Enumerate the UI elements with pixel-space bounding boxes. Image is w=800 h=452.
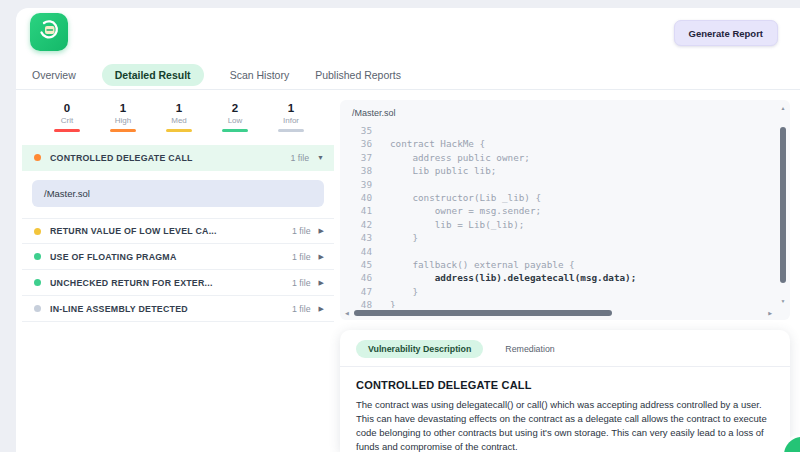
- issue-row[interactable]: IN-LINE ASSEMBLY DETECTED 1 file ▼ ▶: [22, 296, 334, 322]
- generate-report-button[interactable]: Generate Report: [674, 20, 778, 46]
- line-number: 43: [348, 232, 372, 245]
- chevron-right-icon: ▶: [319, 227, 324, 235]
- detail-tab[interactable]: Vulnerability Description: [356, 340, 483, 358]
- issue-severity-dot: [34, 305, 41, 312]
- line-code: fallback() external payable {: [390, 259, 575, 272]
- severity-item: 2 Low: [222, 102, 248, 132]
- code-line: 37 address public owner;: [348, 152, 772, 165]
- code-line: 39: [348, 179, 772, 192]
- code-line: 44: [348, 246, 772, 259]
- issue-file-count: 1 file: [290, 153, 309, 163]
- scroll-right-icon[interactable]: ▶: [768, 310, 772, 317]
- code-lines: 35 36 contract HackMe { 37 address publi…: [348, 125, 772, 308]
- line-code: }: [390, 299, 396, 308]
- issue-list: CONTROLLED DELEGATE CALL 1 file ▼ ▶ /Mas…: [22, 145, 334, 322]
- line-number: 36: [348, 138, 372, 151]
- severity-count: 1: [166, 102, 192, 114]
- line-code: }: [390, 286, 418, 299]
- severity-bar: [110, 129, 136, 132]
- chevron-right-icon: ▶: [319, 253, 324, 261]
- nav-tab[interactable]: Scan History: [230, 69, 290, 81]
- line-number: 48: [348, 299, 372, 308]
- severity-label: High: [110, 116, 136, 125]
- issue-row[interactable]: USE OF FLOATING PRAGMA 1 file ▼ ▶: [22, 244, 334, 270]
- chevron-down-icon: ▼: [317, 154, 324, 161]
- severity-label: Crit: [54, 116, 80, 125]
- horizontal-scrollbar[interactable]: ◀ ▶: [345, 309, 772, 317]
- nav-tab-bar: Overview Detailed Result Scan History Pu…: [16, 60, 800, 90]
- severity-bar: [54, 129, 80, 132]
- issue-row[interactable]: UNCHECKED RETURN FOR EXTER... 1 file ▼ ▶: [22, 270, 334, 296]
- line-number: 35: [348, 125, 372, 138]
- line-code: Lib public lib;: [390, 165, 496, 178]
- code-line: 43 }: [348, 232, 772, 245]
- nav-tab[interactable]: Overview: [32, 69, 76, 81]
- nav-tab[interactable]: Published Reports: [315, 69, 401, 81]
- line-number: 47: [348, 286, 372, 299]
- app-logo[interactable]: [30, 13, 68, 51]
- issue-file-count: 1 file: [292, 304, 311, 314]
- code-filename: /Master.sol: [352, 108, 396, 118]
- issue-severity-dot: [34, 154, 41, 161]
- issue-file-item[interactable]: /Master.sol: [32, 180, 324, 207]
- code-line: 36 contract HackMe {: [348, 138, 772, 151]
- issue-title: IN-LINE ASSEMBLY DETECTED: [50, 304, 292, 314]
- horizontal-scrollbar-thumb[interactable]: [354, 310, 612, 316]
- issue-title: CONTROLLED DELEGATE CALL: [50, 153, 290, 163]
- code-line: 48 }: [348, 299, 772, 308]
- chevron-right-icon: ▶: [319, 305, 324, 313]
- vulnerability-description: The contract was using delegatecall() or…: [356, 398, 774, 452]
- line-number: 42: [348, 219, 372, 232]
- vertical-scrollbar-thumb[interactable]: [780, 127, 786, 283]
- detail-tab[interactable]: Remediation: [505, 344, 554, 354]
- severity-label: Med: [166, 116, 192, 125]
- line-code: }: [390, 232, 418, 245]
- line-code: lib = Lib(_lib);: [390, 219, 524, 232]
- line-number: 46: [348, 272, 372, 285]
- issue-severity-dot: [34, 228, 41, 235]
- chevron-right-icon: ▶: [319, 279, 324, 287]
- line-number: 40: [348, 192, 372, 205]
- severity-label: Low: [222, 116, 248, 125]
- nav-tab[interactable]: Detailed Result: [102, 64, 204, 86]
- line-number: 44: [348, 246, 372, 259]
- scroll-up-icon[interactable]: ▲: [779, 105, 787, 111]
- severity-item: 1 Med: [166, 102, 192, 132]
- issue-row[interactable]: RETURN VALUE OF LOW LEVEL CA... 1 file ▼…: [22, 218, 334, 244]
- severity-count: 0: [54, 102, 80, 114]
- severity-bar: [166, 129, 192, 132]
- severity-bar: [278, 129, 304, 132]
- app-window: Generate Report Overview Detailed Result…: [16, 8, 800, 452]
- issue-file-count: 1 file: [292, 226, 311, 236]
- vulnerability-detail-panel: Vulnerability Description Remediation CO…: [340, 330, 790, 452]
- results-sidebar: 0 Crit 1 High 1 Med 2 Low 1 Infor CONTRO…: [22, 92, 334, 322]
- issue-severity-dot: [34, 253, 41, 260]
- line-number: 45: [348, 259, 372, 272]
- issue-file-count: 1 file: [292, 252, 311, 262]
- detail-tabs: Vulnerability Description Remediation: [340, 330, 790, 358]
- severity-summary: 0 Crit 1 High 1 Med 2 Low 1 Infor: [22, 92, 334, 132]
- code-line: 42 lib = Lib(_lib);: [348, 219, 772, 232]
- code-line: 35: [348, 125, 772, 138]
- issue-title: UNCHECKED RETURN FOR EXTER...: [50, 278, 292, 288]
- line-number: 38: [348, 165, 372, 178]
- vertical-scrollbar[interactable]: ▲ ▼: [779, 105, 787, 304]
- scroll-down-icon[interactable]: ▼: [779, 298, 787, 304]
- severity-item: 1 Infor: [278, 102, 304, 132]
- scroll-left-icon[interactable]: ◀: [345, 310, 349, 317]
- line-number: 37: [348, 152, 372, 165]
- issue-file-count: 1 file: [292, 278, 311, 288]
- vulnerability-title: CONTROLLED DELEGATE CALL: [356, 379, 774, 391]
- issue-row[interactable]: CONTROLLED DELEGATE CALL 1 file ▼ ▶: [22, 145, 334, 171]
- issue-title: RETURN VALUE OF LOW LEVEL CA...: [50, 226, 292, 236]
- code-viewer: /Master.sol 35 36 contract HackMe { 37 a…: [340, 100, 790, 320]
- line-code: contract HackMe {: [390, 138, 485, 151]
- line-code: address(lib).delegatecall(msg.data);: [390, 272, 636, 285]
- code-line: 40 constructor(Lib _lib) {: [348, 192, 772, 205]
- issue-severity-dot: [34, 279, 41, 286]
- severity-count: 1: [110, 102, 136, 114]
- severity-bar: [222, 129, 248, 132]
- line-code: address public owner;: [390, 152, 530, 165]
- severity-label: Infor: [278, 116, 304, 125]
- code-line: 46 address(lib).delegatecall(msg.data);: [348, 272, 772, 285]
